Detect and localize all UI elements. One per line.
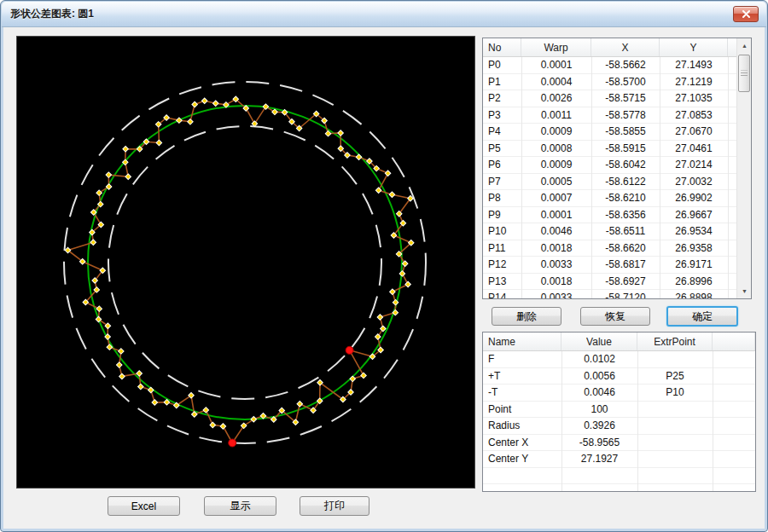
table-row[interactable]: Point100 (483, 402, 755, 419)
table-cell: 0.0011 (521, 107, 591, 124)
data-point-marker[interactable] (96, 306, 102, 312)
excel-button[interactable]: Excel (108, 496, 180, 516)
data-point-marker[interactable] (356, 154, 362, 160)
table-cell: -58.5915 (591, 141, 660, 157)
table-cell: 26.9902 (660, 190, 728, 206)
print-button[interactable]: 打印 (300, 496, 369, 516)
data-point-marker[interactable] (390, 289, 396, 295)
data-point-marker[interactable] (272, 109, 278, 115)
restore-button[interactable]: 恢复 (580, 307, 650, 326)
table-cell (637, 484, 713, 492)
data-point-marker[interactable] (192, 101, 198, 107)
data-point-marker[interactable] (399, 271, 405, 277)
table-cell: 0.0004 (521, 74, 591, 90)
data-point-marker[interactable] (210, 422, 216, 428)
table-cell: P1 (483, 74, 521, 90)
table-row[interactable]: -T0.0046P10 (483, 385, 755, 402)
title-bar[interactable]: 形状公差图表: 圆1 (2, 2, 766, 27)
data-point-marker[interactable] (212, 101, 218, 107)
data-point-marker[interactable] (106, 172, 112, 178)
data-point-marker[interactable] (90, 240, 96, 246)
col-name[interactable]: Name (483, 332, 561, 350)
col-value[interactable]: Value (561, 332, 637, 350)
plot-canvas[interactable] (16, 36, 475, 489)
table-row[interactable]: F0.0102 (483, 351, 755, 368)
data-point-marker[interactable] (405, 281, 411, 287)
data-point-marker[interactable] (361, 373, 367, 379)
table-cell: P5 (483, 141, 521, 157)
data-point-marker[interactable] (375, 188, 381, 194)
data-point-marker[interactable] (137, 371, 143, 377)
col-no[interactable]: No (483, 38, 521, 56)
data-point-marker[interactable] (123, 147, 129, 153)
fitted-circle (88, 106, 402, 419)
data-point-marker[interactable] (350, 376, 356, 382)
table-row[interactable] (483, 484, 755, 492)
data-point-marker[interactable] (220, 424, 226, 430)
scroll-down-icon[interactable]: ▼ (737, 284, 752, 298)
data-point-marker[interactable] (377, 315, 383, 321)
column-separator (561, 351, 562, 491)
table-row[interactable]: Radius0.3926 (483, 418, 755, 435)
data-point-marker[interactable] (203, 408, 209, 413)
table-row[interactable]: Center X-58.9565 (483, 435, 755, 452)
col-y[interactable]: Y (660, 38, 728, 56)
table-cell: 0.0018 (521, 240, 591, 257)
column-separator (637, 351, 638, 491)
table-row[interactable]: Center Y27.1927 (483, 451, 755, 468)
data-point-marker[interactable] (148, 387, 154, 393)
column-separator (713, 351, 713, 491)
delete-button[interactable]: 删除 (492, 307, 561, 326)
data-point-marker[interactable] (297, 401, 303, 407)
table-cell: 27.0032 (660, 174, 728, 190)
col-extrpoint[interactable]: ExtrPoint (637, 332, 713, 350)
data-point-marker[interactable] (389, 192, 395, 198)
extreme-point-marker[interactable] (229, 439, 236, 447)
table-cell: 26.9667 (660, 207, 728, 223)
table-cell: 27.1035 (660, 90, 728, 107)
data-point-marker[interactable] (125, 174, 131, 180)
data-point-marker[interactable] (156, 140, 162, 146)
close-button[interactable] (733, 6, 759, 22)
table-cell: P7 (483, 174, 521, 190)
dialog-window: 形状公差图表: 圆1 No Warp X Y P00.0001-58.56622… (0, 0, 768, 532)
table-cell: 0.0046 (561, 385, 637, 401)
scrollbar-thumb[interactable] (738, 55, 750, 92)
scroll-up-icon[interactable]: ▲ (737, 38, 752, 53)
data-point-marker[interactable] (119, 373, 125, 379)
data-point-marker[interactable] (338, 130, 344, 136)
points-table-scrollbar[interactable]: ▲ ▼ (736, 38, 751, 298)
table-cell: 0.0033 (521, 290, 591, 299)
table-cell: 27.1219 (660, 74, 728, 90)
table-cell: 27.0461 (660, 141, 728, 157)
table-row[interactable] (483, 468, 755, 485)
column-separator (728, 57, 729, 298)
table-cell: 0.0009 (521, 124, 591, 140)
table-cell: 27.0214 (660, 157, 728, 173)
display-button[interactable]: 显示 (204, 496, 276, 516)
table-cell: -58.6511 (591, 223, 660, 240)
roundness-plot (17, 37, 474, 488)
table-cell: P13 (483, 274, 521, 290)
table-cell: 26.9358 (660, 240, 728, 257)
table-cell: 27.0670 (660, 124, 728, 140)
table-cell (637, 468, 713, 484)
data-point-marker[interactable] (119, 349, 125, 355)
table-cell: P11 (483, 240, 521, 257)
data-point-marker[interactable] (201, 98, 207, 104)
ok-button[interactable]: 确定 (666, 306, 738, 327)
extreme-point-marker[interactable] (346, 346, 353, 354)
data-point-marker[interactable] (152, 400, 158, 406)
col-warp[interactable]: Warp (521, 38, 591, 56)
col-x[interactable]: X (591, 38, 660, 56)
table-cell: 0.0007 (521, 190, 591, 206)
data-point-marker[interactable] (138, 384, 144, 390)
table-cell (637, 451, 713, 467)
data-point-marker[interactable] (188, 119, 194, 125)
table-cell: 27.0853 (660, 107, 728, 124)
data-point-marker[interactable] (385, 171, 391, 176)
points-table-header: No Warp X Y (483, 38, 751, 57)
column-separator (660, 57, 660, 298)
table-row[interactable]: +T0.0056P25 (483, 368, 755, 385)
data-point-marker[interactable] (116, 362, 122, 368)
